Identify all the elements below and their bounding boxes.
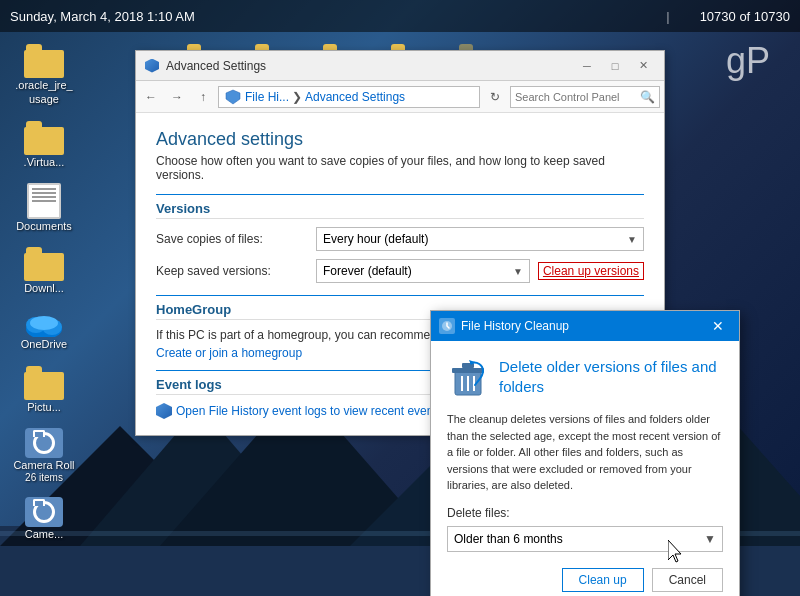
dialog-titlebar: File History Cleanup ✕ <box>431 311 739 341</box>
trash-icon <box>447 357 489 399</box>
virtual-folder-icon <box>24 121 64 155</box>
dialog-title-icon <box>439 318 455 334</box>
main-heading: Advanced settings <box>156 129 644 150</box>
taskbar: Sunday, March 4, 2018 1:10 AM | 10730 of… <box>0 0 800 32</box>
search-icon: 🔍 <box>640 90 655 104</box>
documents-label: Documents <box>16 219 72 233</box>
dropdown-value: Older than 6 months <box>454 532 563 546</box>
pictures-folder-icon <box>24 366 64 400</box>
crumb-advanced[interactable]: Advanced Settings <box>305 90 405 104</box>
icon-downloads[interactable]: Downl... <box>8 247 80 295</box>
up-button[interactable]: ↑ <box>192 86 214 108</box>
window-title: Advanced Settings <box>166 59 574 73</box>
search-box[interactable]: 🔍 <box>510 86 660 108</box>
downloads-folder-icon <box>24 247 64 281</box>
maximize-button[interactable]: □ <box>602 56 628 76</box>
dialog-content: Delete older versions of files and folde… <box>431 341 739 596</box>
search-input[interactable] <box>515 91 640 103</box>
close-button[interactable]: ✕ <box>630 56 656 76</box>
versions-section: Versions Save copies of files: Every hou… <box>156 194 644 283</box>
cleanup-dialog: File History Cleanup ✕ Delete older v <box>430 310 740 596</box>
advanced-settings-titlebar: Advanced Settings ─ □ ✕ <box>136 51 664 81</box>
homegroup-link[interactable]: Create or join a homegroup <box>156 346 302 360</box>
camera-roll-label: Camera Roll <box>13 458 74 472</box>
main-description: Choose how often you want to save copies… <box>156 154 644 182</box>
save-copies-label: Save copies of files: <box>156 232 316 246</box>
camera-roll-count: 26 items <box>25 472 63 483</box>
svg-marker-12 <box>226 90 240 104</box>
onedrive-icon <box>24 309 64 337</box>
separator: | <box>666 9 669 24</box>
gp-watermark: gP <box>726 40 770 82</box>
icon-onedrive[interactable]: OneDrive <box>8 309 80 351</box>
dialog-title: File History Cleanup <box>461 319 705 333</box>
dialog-body: The cleanup deletes versions of files an… <box>447 411 723 494</box>
minimize-button[interactable]: ─ <box>574 56 600 76</box>
dialog-close-button[interactable]: ✕ <box>705 316 731 336</box>
desktop-icons-left: .oracle_jre_usage .Virtua... Documents D… <box>8 44 80 542</box>
delete-files-dropdown[interactable]: Older than 6 months ▼ <box>447 526 723 552</box>
keep-versions-dropdown[interactable]: Forever (default) ▼ <box>316 259 530 283</box>
dialog-buttons: Clean up Cancel <box>447 568 723 592</box>
delete-files-label: Delete files: <box>447 506 723 520</box>
svg-point-11 <box>30 316 58 330</box>
address-bar: ← → ↑ File Hi... ❯ Advanced Settings ↻ 🔍 <box>136 81 664 113</box>
icon-camera2[interactable]: Came... <box>8 497 80 541</box>
svg-rect-15 <box>452 368 484 373</box>
save-copies-row: Save copies of files: Every hour (defaul… <box>156 227 644 251</box>
oracle-folder-icon <box>24 44 64 78</box>
dialog-header: Delete older versions of files and folde… <box>447 357 723 399</box>
save-copies-value: Every hour (default) <box>323 232 428 246</box>
desktop: Sunday, March 4, 2018 1:10 AM | 10730 of… <box>0 0 800 596</box>
titlebar-icon <box>144 58 160 74</box>
icon-oracle[interactable]: .oracle_jre_usage <box>8 44 80 107</box>
keep-versions-value: Forever (default) <box>323 264 412 278</box>
icon-camera-roll[interactable]: Camera Roll 26 items <box>8 428 80 483</box>
camera2-label: Came... <box>25 527 64 541</box>
save-copies-arrow: ▼ <box>627 234 637 245</box>
dropdown-arrow-icon: ▼ <box>704 532 716 546</box>
cleanup-link[interactable]: Clean up versions <box>538 262 644 280</box>
versions-label: Versions <box>156 201 644 219</box>
virtual-label: .Virtua... <box>24 155 65 169</box>
camera-roll-icon <box>25 428 63 458</box>
icon-pictures[interactable]: Pictu... <box>8 366 80 414</box>
cancel-button[interactable]: Cancel <box>652 568 723 592</box>
keep-versions-label: Keep saved versions: <box>156 264 316 278</box>
back-button[interactable]: ← <box>140 86 162 108</box>
crumb-sep: ❯ <box>292 90 302 104</box>
history-icon <box>441 320 453 332</box>
save-copies-dropdown[interactable]: Every hour (default) ▼ <box>316 227 644 251</box>
icon-documents[interactable]: Documents <box>8 183 80 233</box>
onedrive-label: OneDrive <box>21 337 67 351</box>
refresh-button[interactable]: ↻ <box>484 86 506 108</box>
camera2-icon <box>25 497 63 527</box>
downloads-label: Downl... <box>24 281 64 295</box>
window-controls: ─ □ ✕ <box>574 56 656 76</box>
pictures-label: Pictu... <box>27 400 61 414</box>
documents-file-icon <box>27 183 61 219</box>
cleanup-button[interactable]: Clean up <box>562 568 644 592</box>
keep-versions-row: Keep saved versions: Forever (default) ▼… <box>156 259 644 283</box>
icon-virtual[interactable]: .Virtua... <box>8 121 80 169</box>
datetime-display: Sunday, March 4, 2018 1:10 AM <box>10 9 656 24</box>
oracle-label: .oracle_jre_usage <box>15 78 72 107</box>
forward-button[interactable]: → <box>166 86 188 108</box>
dialog-heading: Delete older versions of files and folde… <box>499 357 723 396</box>
event-log-icon <box>156 403 172 419</box>
shield-icon <box>145 59 159 73</box>
item-count: 10730 of 10730 <box>700 9 790 24</box>
address-shield-icon <box>225 89 241 105</box>
address-path: File Hi... ❯ Advanced Settings <box>218 86 480 108</box>
keep-versions-arrow: ▼ <box>513 266 523 277</box>
crumb-filehist[interactable]: File Hi... <box>245 90 289 104</box>
